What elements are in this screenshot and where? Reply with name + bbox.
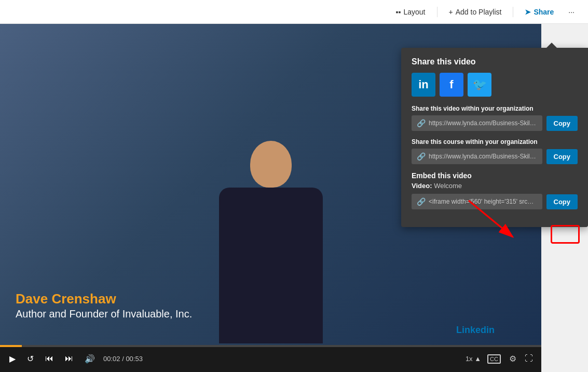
twitter-icon: 🐦 xyxy=(473,78,487,91)
time-total: 00:53 xyxy=(126,355,143,363)
speed-button[interactable]: 1x ▲ xyxy=(466,355,481,363)
watermark-text: Linked xyxy=(456,325,486,335)
layout-label: Layout xyxy=(403,8,425,16)
cc-icon: CC xyxy=(487,354,501,364)
copy-embed-button[interactable]: Copy xyxy=(546,194,578,209)
divider-2 xyxy=(513,7,513,17)
time-display: 00:02 / 00:53 xyxy=(103,355,143,363)
fullscreen-button[interactable]: ⛶ xyxy=(523,352,535,365)
next-icon: ⏭ xyxy=(65,354,73,363)
prev-icon: ⏮ xyxy=(45,354,53,363)
add-to-playlist-label: Add to Playlist xyxy=(456,8,502,16)
replay-icon: ↺ xyxy=(27,354,34,364)
volume-icon: 🔊 xyxy=(85,354,95,364)
person-head xyxy=(250,141,292,188)
facebook-share-button[interactable]: f xyxy=(440,73,463,97)
right-controls: 1x ▲ CC ⚙ ⛶ xyxy=(466,352,535,366)
org-course-url-text: https://www.lynda.com/Business-Skills-tu… xyxy=(429,153,537,160)
org-video-url-field: 🔗 https://www.lynda.com/Business-Skills-… xyxy=(412,115,542,131)
speed-label: 1x xyxy=(466,355,473,363)
next-button[interactable]: ⏭ xyxy=(62,352,76,365)
time-current: 00:02 xyxy=(103,355,120,363)
more-button[interactable]: ··· xyxy=(563,5,580,19)
person-name: Dave Crenshaw xyxy=(16,291,192,307)
share-dropdown: Share this video in f 🐦 Share this video… xyxy=(401,48,588,227)
speed-chevron-icon: ▲ xyxy=(474,355,481,363)
embed-code-row: 🔗 <iframe width='560' height='315' src='… xyxy=(412,194,578,209)
cc-button[interactable]: CC xyxy=(485,352,503,365)
add-to-playlist-button[interactable]: + Add to Playlist xyxy=(444,5,507,19)
name-overlay: Dave Crenshaw Author and Founder of Inva… xyxy=(16,291,192,320)
watermark-in: in xyxy=(486,325,495,335)
org-video-url-text: https://www.lynda.com/Business-Skills-tu… xyxy=(429,119,537,127)
social-icons-row: in f 🐦 xyxy=(412,73,578,97)
link-icon-1: 🔗 xyxy=(417,119,426,127)
org-course-url-row: 🔗 https://www.lynda.com/Business-Skills-… xyxy=(412,149,578,164)
org-course-share-label: Share this course within your organizati… xyxy=(412,138,578,145)
divider-1 xyxy=(437,7,437,17)
person-body xyxy=(219,188,323,343)
embed-code-field: 🔗 <iframe width='560' height='315' src='… xyxy=(412,194,542,209)
org-video-url-row: 🔗 https://www.lynda.com/Business-Skills-… xyxy=(412,115,578,131)
gear-icon: ⚙ xyxy=(509,354,516,363)
volume-button[interactable]: 🔊 xyxy=(81,352,98,366)
settings-button[interactable]: ⚙ xyxy=(507,352,518,366)
progress-bar-container[interactable] xyxy=(0,345,541,347)
share-icon: ➤ xyxy=(525,8,531,16)
linkedin-icon: in xyxy=(418,78,429,91)
main-content: Dave Crenshaw Author and Founder of Inva… xyxy=(0,24,588,372)
org-course-url-field: 🔗 https://www.lynda.com/Business-Skills-… xyxy=(412,149,542,164)
embed-code-text: <iframe width='560' height='315' src='ht… xyxy=(429,198,537,205)
link-icon-2: 🔗 xyxy=(417,152,426,161)
share-panel-title: Share this video xyxy=(412,57,578,67)
progress-bar-fill xyxy=(0,345,22,347)
more-icon: ··· xyxy=(568,8,575,16)
embed-title: Embed this video xyxy=(412,171,578,180)
fullscreen-icon: ⛶ xyxy=(525,354,533,363)
person-title: Author and Founder of Invaluable, Inc. xyxy=(16,308,192,320)
org-video-share-label: Share this video within your organizatio… xyxy=(412,105,578,112)
video-controls: ▶ ↺ ⏮ ⏭ 🔊 00:02 / 00:53 xyxy=(0,345,541,372)
person-shirt xyxy=(237,188,305,343)
share-button[interactable]: ➤ Share xyxy=(519,5,559,19)
link-icon-3: 🔗 xyxy=(417,197,426,206)
layout-icon: ▪▪ xyxy=(396,8,401,16)
embed-video-name: Video: Welcome xyxy=(412,182,578,190)
video-person xyxy=(219,141,323,343)
layout-button[interactable]: ▪▪ Layout xyxy=(391,5,431,19)
replay-button[interactable]: ↺ xyxy=(24,352,37,366)
twitter-share-button[interactable]: 🐦 xyxy=(468,73,491,97)
embed-video-name-text: Welcome xyxy=(434,182,462,190)
play-icon: ▶ xyxy=(9,354,16,364)
copy-org-video-button[interactable]: Copy xyxy=(546,116,578,131)
linkedin-watermark: Linkedin xyxy=(456,325,495,336)
linkedin-share-button[interactable]: in xyxy=(412,73,435,97)
share-label: Share xyxy=(534,8,554,16)
toolbar: ▪▪ Layout + Add to Playlist ➤ Share ··· xyxy=(0,0,588,24)
facebook-icon: f xyxy=(449,78,453,91)
embed-video-label: Video: xyxy=(412,182,432,190)
copy-org-course-button[interactable]: Copy xyxy=(546,149,578,164)
prev-button[interactable]: ⏮ xyxy=(42,352,57,365)
plus-icon: + xyxy=(449,8,453,16)
play-button[interactable]: ▶ xyxy=(6,352,19,366)
